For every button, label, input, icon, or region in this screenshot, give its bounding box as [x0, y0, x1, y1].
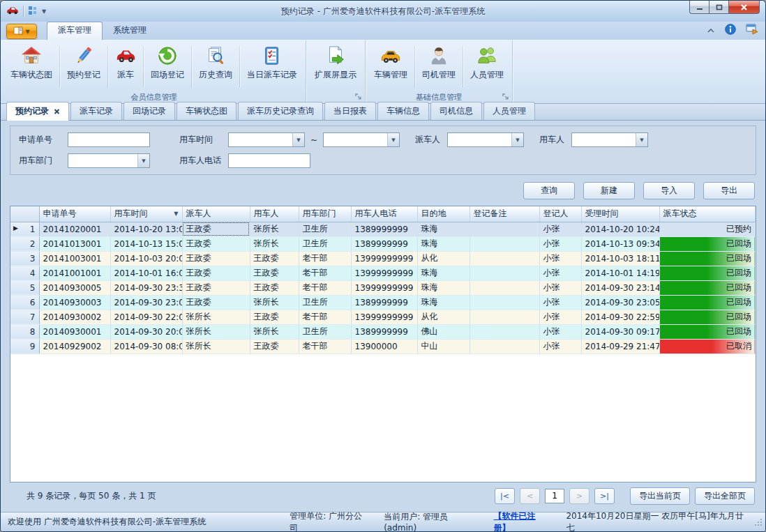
column-header-0[interactable]: 申请单号	[39, 206, 110, 222]
doc-tab-4[interactable]: 派车历史记录查询	[238, 102, 323, 120]
row-indicator[interactable]: 2	[10, 236, 39, 251]
column-header-6[interactable]: 目的地	[417, 206, 470, 222]
last-page-button[interactable]: >|	[594, 488, 615, 504]
grid-cell[interactable]: 小张	[539, 295, 581, 310]
grid-cell[interactable]: 卫生所	[299, 295, 351, 310]
ribbon-button-driver[interactable]: 司机管理	[416, 43, 462, 91]
grid-cell[interactable]: 已回场	[659, 236, 756, 251]
page-number-input[interactable]	[545, 489, 564, 503]
grid-cell[interactable]: 珠海	[417, 280, 470, 295]
grid-cell[interactable]: 从化	[417, 251, 470, 266]
ribbon-tab-system[interactable]: 系统管理	[103, 22, 157, 40]
column-header-3[interactable]: 用车人	[250, 206, 299, 222]
grid-cell[interactable]: 小张	[539, 266, 581, 280]
dispatcher-select[interactable]: ▼	[447, 132, 524, 147]
table-row[interactable]: 8201409300012014-09-30 20:00张所长张所长卫生所138…	[10, 324, 756, 339]
grid-cell[interactable]: 佛山	[417, 324, 470, 339]
grid-cell[interactable]: 2014-09-30 09:17	[581, 324, 659, 339]
doc-tab-3[interactable]: 车辆状态图	[177, 102, 236, 120]
grid-cell[interactable]: 张所长	[250, 324, 299, 339]
doc-tab-5[interactable]: 当日报表	[324, 102, 376, 120]
grid-cell[interactable]: 王政委	[182, 251, 250, 266]
column-header-10[interactable]: 派车状态	[659, 206, 756, 222]
grid-cell[interactable]: 20140930003	[39, 295, 110, 310]
row-indicator[interactable]: 6	[10, 295, 39, 310]
grid-cell[interactable]: 张所长	[182, 324, 250, 339]
grid-cell[interactable]: 王政委	[250, 251, 299, 266]
table-row[interactable]: 6201409300032014-09-30 23:00王政委张所长卫生所138…	[10, 295, 756, 310]
grid-cell[interactable]: 珠海	[417, 266, 470, 280]
use-time-to-select[interactable]: ▼	[323, 132, 400, 147]
grid-cell[interactable]	[470, 222, 539, 236]
doc-tab-0[interactable]: 预约记录	[6, 102, 69, 121]
phone-input[interactable]	[228, 153, 310, 168]
grid-cell[interactable]: 已预约	[659, 222, 756, 236]
grid-cell[interactable]	[470, 280, 539, 295]
column-header-8[interactable]: 登记人	[539, 206, 581, 222]
grid-cell[interactable]: 小张	[539, 310, 581, 324]
user-select[interactable]: ▼	[571, 132, 648, 147]
row-indicator[interactable]: 1▶	[10, 222, 39, 236]
grid-cell[interactable]: 小张	[539, 251, 581, 266]
app-menu-button[interactable]: ▼	[6, 24, 37, 39]
table-row[interactable]: 1▶201410200012014-10-20 13:00王政委张所长卫生所13…	[10, 222, 756, 236]
close-button[interactable]	[728, 1, 760, 14]
grid-cell[interactable]: 已回场	[659, 280, 756, 295]
grid-cell[interactable]: 已回场	[659, 266, 756, 280]
minimize-button[interactable]	[689, 1, 709, 14]
table-row[interactable]: 5201409300052014-09-30 23:30王政委王政委老干部139…	[10, 280, 756, 295]
dept-select[interactable]: ▼	[68, 153, 150, 168]
grid-cell[interactable]: 小张	[539, 236, 581, 251]
grid-cell[interactable]: 20141020001	[39, 222, 110, 236]
quick-access-layout-icon[interactable]	[28, 6, 38, 17]
row-indicator[interactable]: 8	[10, 324, 39, 339]
use-time-from-select[interactable]: ▼	[228, 132, 305, 147]
doc-tab-1[interactable]: 派车记录	[70, 102, 122, 120]
grid-cell[interactable]: 13900000	[351, 339, 417, 354]
grid-cell[interactable]: 卫生所	[299, 324, 351, 339]
collapse-ribbon-icon[interactable]	[707, 26, 715, 36]
row-indicator[interactable]: 7	[10, 310, 39, 324]
grid-cell[interactable]: 2014-10-13 15:00	[110, 236, 182, 251]
column-header-1[interactable]: 用车时间▼	[110, 206, 182, 222]
grid-cell[interactable]: 1389999999	[351, 295, 417, 310]
grid-cell[interactable]: 2014-09-30 22:59	[581, 310, 659, 324]
dialog-launcher-icon[interactable]	[355, 93, 363, 101]
grid-cell[interactable]	[470, 324, 539, 339]
grid-cell[interactable]: 王政委	[250, 339, 299, 354]
grid-cell[interactable]: 13999999999	[351, 266, 417, 280]
column-header-2[interactable]: 派车人	[182, 206, 250, 222]
grid-cell[interactable]: 2014-10-20 10:24	[581, 222, 659, 236]
grid-cell[interactable]: 王政委	[182, 266, 250, 280]
ribbon-button-daily-record[interactable]: 当日派车记录	[241, 43, 303, 91]
grid-cell[interactable]: 2014-09-29 21:47	[581, 339, 659, 354]
ribbon-tab-dispatch[interactable]: 派车管理	[47, 22, 103, 40]
license-registered-link[interactable]: 【软件已注册】	[494, 510, 551, 532]
export-current-page-button[interactable]: 导出当前页	[630, 487, 690, 505]
grid-cell[interactable]: 卫生所	[299, 222, 351, 236]
grid-cell[interactable]: 中山	[417, 339, 470, 354]
grid-cell[interactable]: 王政委	[182, 295, 250, 310]
grid-cell[interactable]: 王政委	[250, 280, 299, 295]
grid-cell[interactable]: 小张	[539, 222, 581, 236]
grid-cell[interactable]: 20140930005	[39, 280, 110, 295]
table-row[interactable]: 3201410030012014-10-03 20:00王政委王政委老干部139…	[10, 251, 756, 266]
grid-cell[interactable]: 20141013001	[39, 236, 110, 251]
ribbon-button-reservation[interactable]: 预约登记	[61, 43, 107, 91]
maximize-button[interactable]	[709, 1, 729, 14]
row-indicator[interactable]: 9	[10, 339, 39, 354]
grid-cell[interactable]: 20140930001	[39, 324, 110, 339]
grid-cell[interactable]: 2014-10-20 13:00	[110, 222, 182, 236]
grid-cell[interactable]: 王政委	[250, 266, 299, 280]
table-row[interactable]: 2201410130012014-10-13 15:00王政委张所长卫生所138…	[10, 236, 756, 251]
grid-cell[interactable]: 已回场	[659, 295, 756, 310]
grid-cell[interactable]: 1389999999	[351, 236, 417, 251]
grid-cell[interactable]	[470, 266, 539, 280]
search-button[interactable]: 查询	[523, 182, 575, 199]
screen-icon[interactable]	[746, 24, 758, 37]
grid-cell[interactable]: 已回场	[659, 324, 756, 339]
grid-cell[interactable]: 老干部	[299, 310, 351, 324]
grid-cell[interactable]: 2014-10-13 09:34	[581, 236, 659, 251]
ribbon-button-history[interactable]: 历史查询	[193, 43, 239, 91]
close-tab-icon[interactable]	[54, 107, 60, 116]
